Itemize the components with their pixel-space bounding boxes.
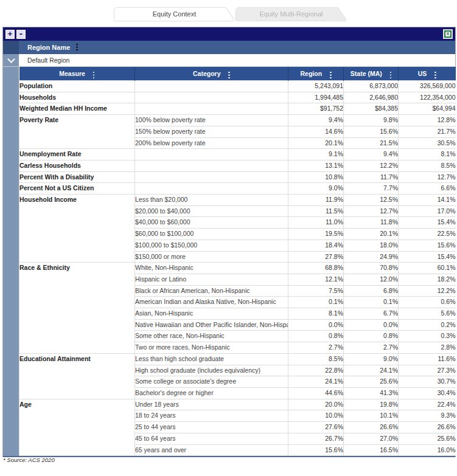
category-cell	[135, 183, 288, 195]
table-row: Households1,994,4852,646,980122,354,000	[19, 92, 456, 103]
measure-cell: Households	[19, 92, 135, 103]
region-name-menu-icon[interactable]	[76, 44, 78, 46]
column-header-measure: Measure	[19, 67, 135, 81]
column-header-state: State (MA)	[344, 67, 399, 81]
value-cell: 19.8%	[344, 399, 399, 410]
value-cell: 9.4%	[288, 115, 344, 126]
table-row: Carless Households13.1%12.2%8.5%	[19, 160, 456, 171]
value-cell: 25.6%	[344, 376, 399, 388]
value-cell: 6.7%	[344, 308, 399, 320]
column-header-us: US	[399, 67, 456, 81]
value-cell: 20.0%	[288, 399, 344, 410]
category-cell: Native Hawaiian and Other Pacific Island…	[135, 319, 288, 331]
value-cell: 18.2%	[399, 274, 456, 285]
value-cell: 14.1%	[399, 195, 456, 206]
value-cell: 0.6%	[399, 297, 456, 308]
region-collapse-toggle[interactable]	[3, 54, 19, 66]
value-cell: 26.6%	[344, 422, 399, 433]
column-header-label: US	[418, 70, 427, 77]
tab-equity-multi-regional-wrap: Equity Multi-Regional	[234, 8, 346, 21]
table-row: Percent With a Disability10.8%11.7%12.7%	[19, 171, 456, 183]
value-cell: 16.5%	[344, 444, 399, 456]
category-cell: American Indian and Alaska Native, Non-H…	[135, 297, 288, 308]
value-cell: 11.6%	[399, 353, 456, 365]
value-cell: 15.6%	[344, 126, 399, 137]
value-cell: 9.1%	[288, 149, 344, 160]
value-cell: 8.5%	[288, 353, 344, 365]
value-cell: 15.6%	[399, 240, 456, 251]
table-row: Unemployment Rate9.1%9.4%8.1%	[19, 149, 456, 160]
category-cell: Asian, Non-Hispanic	[135, 308, 288, 320]
excel-export-button[interactable]: X	[443, 29, 453, 39]
collapse-all-button[interactable]: -	[16, 30, 26, 39]
value-cell: 0.1%	[288, 297, 344, 308]
report-panel: + - X Region Name Default Region	[2, 27, 456, 457]
value-cell: 26.7%	[288, 433, 344, 444]
category-cell: $20,000 to $40,000	[135, 205, 288, 217]
value-cell: 9.3%	[399, 410, 456, 422]
category-cell: 25 to 44 years	[135, 422, 288, 433]
value-cell: 11.0%	[288, 217, 344, 229]
us-column-menu-icon[interactable]	[434, 72, 436, 74]
value-cell: 12.1%	[288, 274, 344, 285]
tab-equity-multi-regional[interactable]: Equity Multi-Regional	[236, 8, 346, 21]
value-cell: 27.8%	[288, 251, 344, 263]
measure-column-menu-icon[interactable]	[93, 72, 95, 74]
category-cell: $60,000 to $100,000	[135, 229, 288, 240]
table-row: Population5,243,0916,873,000326,569,000	[19, 81, 456, 92]
value-cell: 12.2%	[344, 160, 399, 171]
value-cell: 11.5%	[288, 205, 344, 217]
value-cell: 8.1%	[288, 308, 344, 320]
category-column-menu-icon[interactable]	[228, 72, 230, 74]
measure-cell: Educational Attainment	[19, 353, 135, 399]
category-cell: Under 18 years	[135, 399, 288, 410]
column-header-region: Region	[288, 67, 344, 81]
category-cell: $150,000 or more	[135, 251, 288, 263]
value-cell: 30.4%	[399, 387, 456, 399]
value-cell: 7.5%	[288, 285, 344, 297]
value-cell: 27.6%	[288, 422, 344, 433]
category-cell	[135, 149, 288, 160]
tab-equity-context[interactable]: Equity Context	[114, 8, 234, 21]
value-cell: 12.0%	[344, 274, 399, 285]
category-cell: Black or African American, Non-Hispanic	[135, 285, 288, 297]
category-cell: Less than high school graduate	[135, 353, 288, 365]
value-cell: 0.0%	[344, 319, 399, 331]
value-cell: 30.7%	[399, 376, 456, 388]
measure-cell: Percent Not a US Citizen	[19, 183, 135, 195]
value-cell: 26.6%	[399, 422, 456, 433]
category-cell: High school graduate (includes equivalen…	[135, 365, 288, 376]
column-header-label: Category	[193, 70, 221, 77]
detail-region: Measure Category Region State (MA)	[3, 67, 455, 457]
value-cell: 2,646,980	[344, 92, 399, 103]
region-column-menu-icon[interactable]	[330, 72, 332, 74]
column-header-label: Measure	[59, 70, 85, 77]
value-cell: 24.9%	[344, 251, 399, 263]
value-cell: 27.3%	[399, 365, 456, 376]
expander-column-strip	[3, 67, 19, 456]
value-cell: 15.4%	[399, 217, 456, 229]
value-cell: 68.8%	[288, 263, 344, 274]
table-row: AgeUnder 18 years20.0%19.8%22.4%	[19, 399, 456, 410]
value-cell: 41.3%	[344, 387, 399, 399]
measure-cell: Race & Ethnicity	[19, 263, 135, 354]
value-cell: 0.8%	[288, 331, 344, 342]
category-cell: Some college or associate's degree	[135, 376, 288, 388]
category-cell: 45 to 64 years	[135, 433, 288, 444]
value-cell: 0.0%	[288, 319, 344, 331]
value-cell: 15.4%	[399, 251, 456, 263]
value-cell: $91,752	[288, 103, 344, 115]
category-cell	[135, 171, 288, 183]
value-cell: 0.1%	[344, 297, 399, 308]
value-cell: 8.5%	[399, 160, 456, 171]
value-cell: 21.5%	[344, 137, 399, 149]
value-cell: 12.8%	[399, 115, 456, 126]
category-cell: 150% below poverty rate	[135, 126, 288, 137]
equity-context-page: Equity Context Equity Multi-Regional + -…	[0, 0, 457, 476]
expand-all-button[interactable]: +	[5, 30, 15, 39]
table-row: Educational AttainmentLess than high sch…	[19, 353, 456, 365]
column-header-label: Region	[300, 70, 322, 77]
value-cell: 18.4%	[288, 240, 344, 251]
value-cell: 2.8%	[399, 342, 456, 354]
state-column-menu-icon[interactable]	[390, 72, 392, 74]
